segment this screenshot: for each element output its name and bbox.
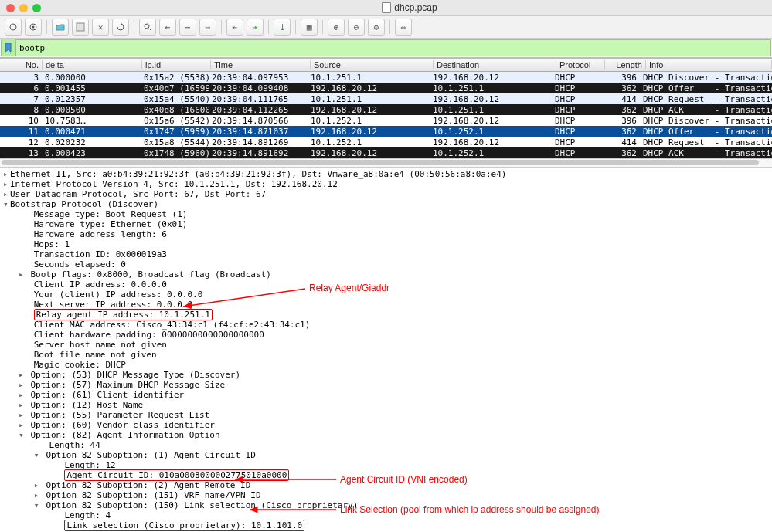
collapse-icon[interactable]: ▾	[19, 430, 26, 440]
hops[interactable]: Hops: 1	[34, 239, 70, 249]
expand-icon[interactable]: ▸	[19, 410, 26, 420]
chaddr[interactable]: Client MAC address: Cisco_43:34:c1 (f4:c…	[34, 320, 311, 330]
yiaddr[interactable]: Your (client) IP address: 0.0.0.0	[34, 290, 203, 300]
resize-cols-button[interactable]: ⇔	[395, 19, 412, 36]
hwlen[interactable]: Hardware address length: 6	[34, 229, 167, 239]
col-ipid[interactable]: ip.id	[142, 60, 211, 69]
autoscroll-button[interactable]: ⤓	[274, 19, 291, 36]
bfile[interactable]: Boot file name not given	[34, 350, 157, 360]
col-delta[interactable]: delta	[43, 60, 142, 69]
opt61[interactable]: Option: (61) Client identifier	[31, 390, 185, 400]
collapse-icon[interactable]: ▾	[34, 500, 41, 510]
bootp-line[interactable]: Bootstrap Protocol (Discover)	[10, 199, 158, 209]
opt53[interactable]: Option: (53) DHCP Message Type (Discover…	[31, 370, 241, 380]
col-len[interactable]: Length	[605, 60, 646, 69]
packet-row[interactable]: 120.0202320x15a8 (5544)20:39:14.89126910…	[0, 137, 772, 147]
first-button[interactable]: ⇤	[226, 19, 243, 36]
packet-row[interactable]: 70.0123570x15a4 (5540)20:39:04.11176510.…	[0, 93, 772, 104]
reload-button[interactable]	[112, 19, 129, 36]
sub2[interactable]: Option 82 Suboption: (2) Agent Remote ID	[46, 480, 250, 490]
col-time[interactable]: Time	[211, 60, 311, 69]
close-button[interactable]: ✕	[92, 19, 109, 36]
expand-icon[interactable]: ▸	[19, 390, 26, 400]
expand-icon[interactable]: ▸	[34, 480, 41, 490]
zoom-in-button[interactable]: ⊕	[328, 19, 345, 36]
minimize-window-button[interactable]	[19, 4, 28, 12]
filter-bookmark-icon[interactable]	[2, 39, 16, 56]
last-button[interactable]: ⇥	[247, 19, 264, 36]
svg-rect-3	[77, 23, 84, 31]
next-button[interactable]: →	[179, 19, 196, 36]
sname[interactable]: Server host name not given	[34, 340, 167, 350]
packet-row[interactable]: 60.0014550x40d7 (16599)20:39:04.09940819…	[0, 83, 772, 93]
svg-point-2	[32, 26, 35, 29]
annotation-aci: Agent Circuit ID (VNI encoded)	[340, 474, 468, 485]
maximize-window-button[interactable]	[32, 4, 41, 12]
sub150[interactable]: Option 82 Suboption: (150) Link selectio…	[46, 500, 358, 510]
prev-button[interactable]: ←	[159, 19, 176, 36]
secs[interactable]: Seconds elapsed: 0	[34, 259, 126, 269]
expand-icon[interactable]: ▸	[19, 420, 26, 430]
ip-line[interactable]: Internet Protocol Version 4, Src: 10.1.2…	[10, 179, 338, 189]
col-proto[interactable]: Protocol	[556, 60, 605, 69]
packet-list-header[interactable]: No. delta ip.id Time Source Destination …	[0, 58, 772, 72]
main-toolbar: ✕ ← → ↦ ⇤ ⇥ ⤓ ▦ ⊕ ⊖ ⊜ ⇔	[0, 16, 772, 39]
display-filter-input[interactable]	[16, 43, 770, 53]
hwtype[interactable]: Hardware type: Ethernet (0x01)	[34, 219, 188, 229]
colorize-button[interactable]: ▦	[301, 19, 318, 36]
col-info[interactable]: Info	[646, 60, 772, 69]
expand-icon[interactable]: ▸	[34, 490, 41, 500]
opt60[interactable]: Option: (60) Vendor class identifier	[31, 420, 215, 430]
msgtype[interactable]: Message type: Boot Request (1)	[34, 209, 188, 219]
opt55[interactable]: Option: (55) Parameter Request List	[31, 410, 210, 420]
expand-icon[interactable]: ▸	[19, 269, 26, 280]
opt82-len[interactable]: Length: 44	[49, 440, 100, 450]
opt82[interactable]: Option: (82) Agent Information Option	[31, 430, 220, 440]
packet-row[interactable]: 130.0004230x1748 (5960)20:39:14.89169219…	[0, 147, 772, 158]
expand-icon[interactable]: ▸	[3, 189, 10, 199]
col-no[interactable]: No.	[0, 60, 43, 69]
eth-line[interactable]: Ethernet II, Src: a0:b4:39:21:92:3f (a0:…	[10, 169, 506, 179]
zoom-out-button[interactable]: ⊖	[348, 19, 365, 36]
expand-icon[interactable]: ▸	[19, 380, 26, 390]
open-button[interactable]	[52, 19, 69, 36]
h-scrollbar[interactable]	[0, 158, 772, 168]
flags[interactable]: Bootp flags: 0x8000, Broadcast flag (Bro…	[31, 269, 271, 280]
col-source[interactable]: Source	[311, 60, 434, 69]
giaddr[interactable]: Relay agent IP address: 10.1.251.1	[34, 309, 213, 320]
col-dest[interactable]: Destination	[434, 60, 556, 69]
packet-row[interactable]: 80.0005000x40d8 (16600)20:39:04.11226519…	[0, 104, 772, 115]
titlebar: dhcp.pcap	[0, 0, 772, 16]
magic[interactable]: Magic cookie: DHCP	[34, 360, 126, 370]
opt12[interactable]: Option: (12) Host Name	[31, 400, 144, 410]
sub1-val[interactable]: Agent Circuit ID: 010a0008000002775010a0…	[64, 469, 289, 481]
expand-icon[interactable]: ▸	[19, 370, 26, 380]
zoom-reset-button[interactable]: ⊜	[368, 19, 385, 36]
udp-line[interactable]: User Datagram Protocol, Src Port: 67, Ds…	[10, 189, 266, 199]
packet-row[interactable]: 110.0004710x1747 (5959)20:39:14.87103719…	[0, 126, 772, 137]
find-button[interactable]	[139, 19, 156, 36]
interfaces-button[interactable]	[5, 19, 22, 36]
packet-details[interactable]: ▸Ethernet II, Src: a0:b4:39:21:92:3f (a0…	[0, 168, 772, 532]
svg-point-4	[145, 24, 149, 29]
jump-button[interactable]: ↦	[199, 19, 216, 36]
opt57[interactable]: Option: (57) Maximum DHCP Message Size	[31, 380, 226, 390]
expand-icon[interactable]: ▸	[3, 169, 10, 179]
save-button[interactable]	[72, 19, 89, 36]
close-window-button[interactable]	[6, 4, 15, 12]
packet-list[interactable]: 30.0000000x15a2 (5538)20:39:04.09795310.…	[0, 72, 772, 158]
sub1[interactable]: Option 82 Suboption: (1) Agent Circuit I…	[46, 450, 256, 460]
options-button[interactable]	[25, 19, 42, 36]
expand-icon[interactable]: ▸	[3, 179, 10, 189]
sub151[interactable]: Option 82 Suboption: (151) VRF name/VPN …	[46, 490, 260, 500]
ciaddr[interactable]: Client IP address: 0.0.0.0	[34, 280, 167, 290]
sub150-val[interactable]: Link selection (Cisco proprietary): 10.1…	[64, 520, 304, 531]
txid[interactable]: Transaction ID: 0x000019a3	[34, 249, 167, 259]
packet-row[interactable]: 30.0000000x15a2 (5538)20:39:04.09795310.…	[0, 72, 772, 83]
collapse-icon[interactable]: ▾	[34, 450, 41, 460]
packet-row[interactable]: 1010.7583…0x15a6 (5542)20:39:14.87056610…	[0, 115, 772, 126]
chpad[interactable]: Client hardware padding: 000000000000000…	[34, 330, 264, 340]
annotation-giaddr: Relay Agent/Giaddr	[309, 283, 389, 293]
collapse-icon[interactable]: ▾	[3, 199, 10, 209]
expand-icon[interactable]: ▸	[19, 400, 26, 410]
